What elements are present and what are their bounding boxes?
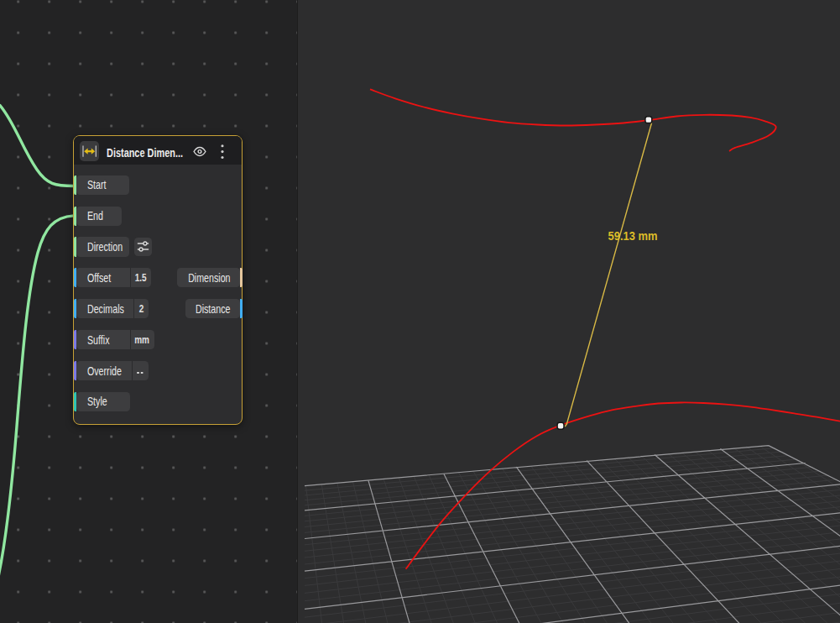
svg-text:59.13 mm: 59.13 mm xyxy=(608,229,658,243)
